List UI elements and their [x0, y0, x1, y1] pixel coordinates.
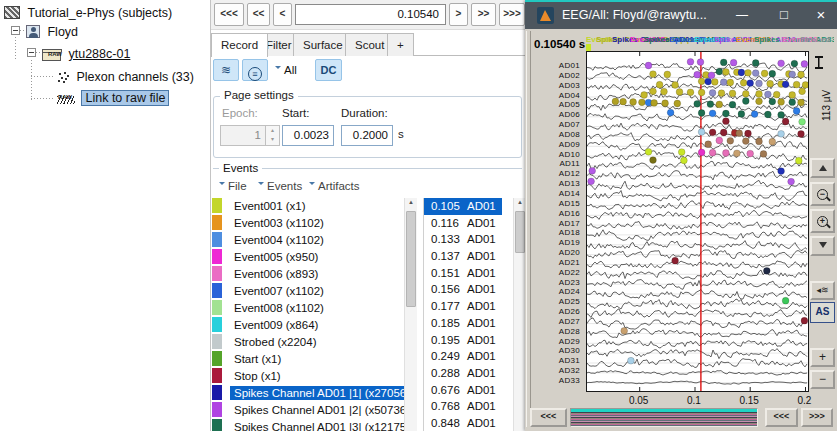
menu-file[interactable]: File: [219, 180, 247, 192]
eeg-plot-area[interactable]: [586, 51, 809, 392]
channel-label: AD15: [529, 199, 583, 209]
occurrence-item[interactable]: 0.137AD01: [424, 248, 526, 265]
event-list-item[interactable]: Spikes Channel AD01 |1| (x27056): [212, 385, 418, 402]
event-list-item[interactable]: Spikes Channel AD01 |3| (x12175): [212, 419, 418, 431]
scroll-channels-down-button[interactable]: [810, 236, 835, 256]
gain-increase-button[interactable]: +: [810, 348, 835, 367]
event-list-item[interactable]: Event005 (x950): [212, 249, 418, 266]
event-color-swatch: [212, 334, 222, 349]
page-back-button[interactable]: <<: [247, 3, 270, 26]
start-input[interactable]: 0.0023: [282, 125, 334, 146]
page-forward-button[interactable]: >>: [471, 3, 496, 26]
zoom-in-button[interactable]: +: [810, 209, 835, 233]
tab-record[interactable]: Record: [211, 33, 268, 57]
tree-item-plexon-channels[interactable]: Plexon channels (33): [57, 68, 194, 86]
dropdown-caret-icon: [275, 66, 281, 72]
tab-add[interactable]: +: [387, 33, 414, 56]
eeg-traces: [587, 52, 808, 391]
epoch-input[interactable]: 1: [220, 125, 266, 146]
dropdown-caret-icon: [309, 182, 315, 188]
page-back-fast-button[interactable]: <<<: [214, 3, 244, 26]
occurrence-item[interactable]: 0.156AD01: [424, 281, 526, 298]
event-list-item[interactable]: Event009 (x864): [212, 317, 418, 334]
tree-collapse-icon[interactable]: [27, 48, 36, 57]
panel-tabs: Record Filter Surface Scout +: [211, 31, 526, 56]
tree-collapse-icon[interactable]: [11, 26, 20, 35]
current-time-input[interactable]: 0.10540: [295, 4, 446, 25]
event-list-item[interactable]: Event007 (x1102): [212, 283, 418, 300]
event-list-item[interactable]: Stop (x1): [212, 368, 418, 385]
marker-label: Strobed: [800, 35, 830, 44]
zoom-out-button[interactable]: −: [810, 182, 835, 206]
display-mode-button[interactable]: ≋: [213, 59, 239, 81]
channel-label: AD25: [529, 297, 583, 307]
scroll-forward-button[interactable]: >>>: [801, 408, 833, 427]
sample-back-button[interactable]: <: [273, 3, 292, 26]
menu-artifacts[interactable]: Artifacts: [309, 180, 360, 192]
montage-button[interactable]: ≡: [242, 59, 268, 81]
page-forward-fast-button[interactable]: >>>: [499, 3, 525, 26]
epoch-back-button[interactable]: <<<: [530, 408, 567, 427]
event-list-item[interactable]: Event003 (x1102): [212, 215, 418, 232]
event-label: Start (x1): [230, 352, 285, 366]
scrollbar-thumb[interactable]: [515, 211, 525, 253]
sample-forward-button[interactable]: >: [449, 3, 468, 26]
occurrence-item[interactable]: 0.116AD01: [424, 215, 526, 232]
occurrence-item[interactable]: 0.288AD01: [424, 365, 526, 382]
flip-page-button[interactable]: ◂≋: [810, 281, 835, 300]
occurrence-item[interactable]: 0.195AD01: [424, 332, 526, 349]
time-navigation-bar: <<< << < 0.10540 > >> >>>: [211, 0, 526, 30]
occurrence-item[interactable]: 0.177AD01: [424, 298, 526, 315]
channel-label: AD32: [529, 366, 583, 376]
occurrence-item[interactable]: 0.151AD01: [424, 265, 526, 282]
event-list-scrollbar[interactable]: ▲: [404, 198, 417, 431]
event-list-item[interactable]: Event008 (x1102): [212, 300, 418, 317]
tree-item-session[interactable]: RAW ytu288c-01: [42, 45, 130, 63]
spin-down-icon[interactable]: ▾: [266, 135, 279, 144]
occurrence-channel: AD01: [467, 400, 496, 412]
menu-events[interactable]: Events: [258, 180, 302, 192]
occurrence-item[interactable]: 0.848AD01: [424, 415, 526, 431]
montage-selector[interactable]: All: [275, 64, 297, 76]
occurrence-item[interactable]: 0.133AD01: [424, 231, 526, 248]
event-list-item[interactable]: Start (x1): [212, 351, 418, 368]
gain-decrease-button[interactable]: −: [810, 370, 835, 389]
occurrence-item[interactable]: 0.185AD01: [424, 315, 526, 332]
event-list-item[interactable]: Event004 (x1102): [212, 232, 418, 249]
tab-surface[interactable]: Surface: [293, 33, 353, 56]
event-color-swatch: [212, 232, 222, 247]
occurrence-time: 0.249: [431, 348, 467, 365]
occurrence-item[interactable]: 0.676AD01: [424, 382, 526, 399]
scrollbar-thumb[interactable]: [406, 211, 416, 307]
close-icon[interactable]: ×: [805, 2, 837, 29]
occurrence-item[interactable]: 0.768AD01: [424, 398, 526, 415]
occurrence-item[interactable]: 0.105AD01: [424, 198, 502, 215]
duration-input[interactable]: 0.2000: [341, 125, 393, 146]
spin-up-icon[interactable]: ▴: [266, 126, 279, 135]
time-scrollbar[interactable]: [570, 408, 758, 427]
scroll-channels-up-button[interactable]: [810, 158, 835, 178]
maximize-icon[interactable]: □: [763, 2, 805, 29]
occurrence-item[interactable]: 0.249AD01: [424, 348, 526, 365]
tree-item-raw-link[interactable]: RAW Link to raw file: [57, 89, 169, 107]
event-list-item[interactable]: Event006 (x893): [212, 266, 418, 283]
event-list-item[interactable]: Spikes Channel AD01 |2| (x50736): [212, 402, 418, 419]
epoch-stepper[interactable]: ▴ ▾: [266, 125, 280, 146]
matlab-icon: [537, 7, 554, 24]
zoom-out-icon: −: [817, 189, 828, 200]
eeg-window-titlebar[interactable]: EEG/All: Floyd/@rawytu... — □ ×: [525, 2, 837, 29]
tree-item-protocol[interactable]: Tutorial_e-Phys (subjects): [4, 4, 172, 22]
channel-label: AD16: [529, 209, 583, 219]
channel-label: AD23: [529, 278, 583, 288]
occurrence-channel: AD01: [467, 200, 496, 212]
minimize-icon[interactable]: —: [721, 2, 763, 29]
event-color-swatch: [212, 283, 222, 298]
scroll-up-icon[interactable]: ▲: [405, 199, 417, 205]
autoscale-button[interactable]: AS: [810, 302, 835, 323]
dc-removal-button[interactable]: DC: [315, 59, 342, 81]
tree-item-subject[interactable]: Floyd: [26, 23, 78, 41]
scroll-back-button[interactable]: <<<: [765, 408, 798, 427]
event-list-item[interactable]: Strobed (x2204): [212, 334, 418, 351]
event-list-item[interactable]: Event001 (x1): [212, 198, 418, 215]
channel-label: AD33: [529, 376, 583, 386]
